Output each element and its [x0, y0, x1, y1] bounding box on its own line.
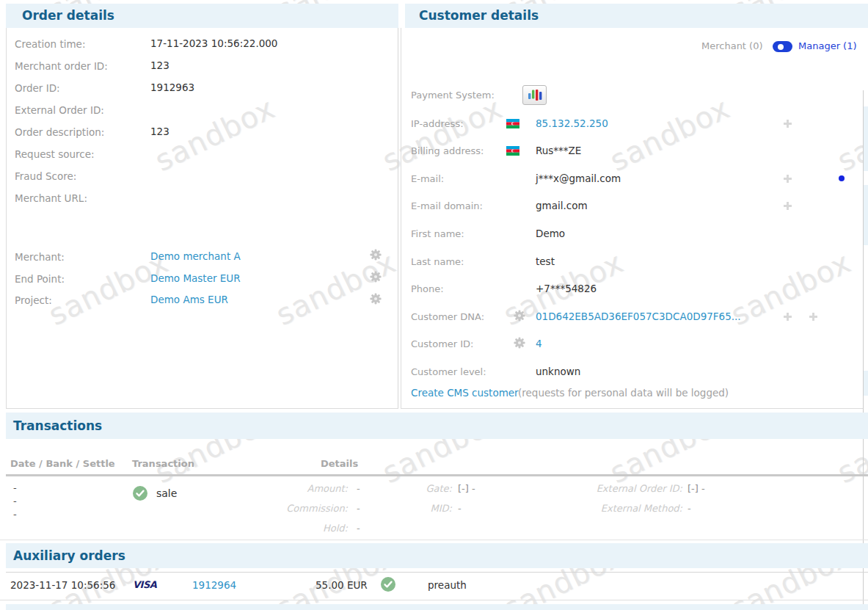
toggle-right-label: Manager (1)	[798, 40, 857, 51]
field-label: End Point:	[15, 273, 65, 285]
plus-icon[interactable]	[809, 313, 817, 321]
order-details-title: Order details	[22, 8, 114, 23]
last-name-value: test	[536, 255, 555, 267]
auxiliary-order-row[interactable]: 2023-11-17 10:56:56 VISA 1912964 55.00 E…	[0, 573, 868, 600]
ip-address-link[interactable]: 85.132.52.250	[536, 117, 608, 129]
customer-id-label: Customer ID:	[411, 338, 474, 349]
field-value: 1912963	[150, 81, 194, 93]
customer-dna-label: Customer DNA:	[411, 311, 484, 322]
ip-label: IP-address:	[411, 118, 464, 129]
customer-dna-link[interactable]: 01D642EB5AD36EF057C3DCA0D97F65...	[536, 311, 741, 322]
toggle-knob	[778, 44, 784, 50]
field-label: Creation time:	[15, 38, 85, 50]
customer-details-title: Customer details	[419, 8, 539, 23]
endpoint-link[interactable]: Demo Master EUR	[150, 272, 241, 284]
project-link[interactable]: Demo Ams EUR	[150, 294, 228, 305]
mid-value: -	[458, 503, 462, 514]
plus-icon[interactable]	[784, 175, 792, 183]
amount-label: Amount:	[245, 483, 348, 494]
hold-label: Hold:	[245, 523, 348, 534]
merchant-manager-toggle[interactable]	[773, 41, 792, 52]
customer-level-value: unknown	[536, 366, 580, 377]
transactions-header-band: Transactions	[6, 413, 868, 439]
phone-value: +7***54826	[536, 283, 597, 294]
email-domain-value: gmail.com	[536, 200, 588, 211]
field-label: Request source:	[15, 148, 95, 160]
aux-amount: 55.00 EUR	[316, 579, 368, 591]
gear-icon[interactable]	[514, 337, 525, 349]
next-section-band	[6, 604, 868, 610]
visa-logo: VISA	[133, 579, 156, 590]
billing-label: Billing address:	[411, 145, 484, 156]
gear-icon[interactable]	[370, 293, 382, 305]
field-label: Project:	[15, 294, 52, 306]
field-label: Merchant order ID:	[15, 60, 108, 72]
aux-date: 2023-11-17 10:56:56	[10, 579, 115, 591]
gear-icon[interactable]	[370, 271, 382, 283]
field-label: Fraud Score:	[15, 170, 76, 182]
status-dot	[839, 175, 845, 181]
payment-system-label: Payment System:	[411, 90, 495, 101]
field-value: 123	[150, 126, 169, 137]
transactions-title: Transactions	[13, 418, 102, 433]
email-label: E-mail:	[411, 173, 444, 184]
settle-date-value: -	[13, 509, 17, 520]
email-domain-label: E-mail domain:	[411, 200, 483, 211]
customer-details-panel: Customer details Merchant (0) Manager (1…	[401, 4, 868, 408]
billing-value: Rus***ZE	[536, 145, 581, 156]
toggle-left-label: Merchant (0)	[701, 40, 763, 51]
transactions-section: Transactions Date / Bank / Settle Transa…	[0, 413, 868, 540]
column-header-date: Date / Bank / Settle	[10, 458, 115, 469]
phone-label: Phone:	[411, 283, 444, 294]
scroll-strip-segment[interactable]	[864, 371, 868, 396]
field-label: Merchant:	[15, 251, 65, 263]
auxiliary-orders-header-band: Auxiliary orders	[6, 543, 868, 568]
field-label: Merchant URL:	[15, 192, 87, 204]
commission-label: Commission:	[245, 503, 348, 514]
gate-label: Gate:	[365, 483, 452, 494]
field-label: Order description:	[15, 126, 104, 138]
external-order-id-label: External Order ID:	[550, 483, 682, 494]
aux-status: preauth	[428, 579, 467, 591]
field-label: External Order ID:	[15, 104, 104, 116]
customer-details-header: Customer details	[405, 4, 868, 28]
success-check-icon	[133, 486, 147, 501]
external-method-value: -	[688, 503, 691, 514]
plus-icon[interactable]	[784, 202, 792, 210]
column-header-details: Details	[321, 458, 358, 469]
auxiliary-orders-title: Auxiliary orders	[13, 548, 125, 563]
external-order-id-value: [-] -	[688, 483, 705, 494]
gear-icon[interactable]	[370, 249, 382, 261]
plus-icon[interactable]	[784, 120, 792, 128]
create-cms-customer-link[interactable]: Create CMS customer	[411, 387, 519, 399]
plus-icon[interactable]	[784, 313, 792, 321]
payment-system-icon[interactable]	[522, 85, 547, 105]
last-name-label: Last name:	[411, 256, 464, 267]
transaction-row[interactable]: - - - sale Amount: - Commission: - Hold:…	[0, 476, 868, 540]
first-name-label: First name:	[411, 228, 464, 239]
azerbaijan-flag-icon	[506, 146, 519, 156]
scroll-strip-segment[interactable]	[864, 185, 868, 245]
aux-order-id-link[interactable]: 1912964	[192, 579, 236, 591]
order-details-panel: Order details Creation time: 17-11-2023 …	[6, 4, 398, 408]
field-label: Order ID:	[15, 82, 60, 94]
customer-id-link[interactable]: 4	[536, 338, 542, 349]
scroll-strip-segment[interactable]	[864, 106, 868, 171]
external-method-label: External Method:	[550, 503, 682, 514]
auxiliary-orders-section: Auxiliary orders 2023-11-17 10:56:56 VIS…	[0, 543, 868, 610]
commission-value: -	[357, 503, 360, 514]
gate-value: [-] -	[458, 483, 475, 494]
merchant-link[interactable]: Demo merchant A	[150, 250, 241, 262]
transaction-type: sale	[156, 487, 177, 499]
bar-chart-icon	[527, 88, 543, 102]
order-details-body	[6, 28, 398, 409]
first-name-value: Demo	[536, 228, 565, 239]
azerbaijan-flag-icon	[506, 119, 519, 128]
customer-level-label: Customer level:	[411, 366, 486, 377]
column-header-transaction: Transaction	[132, 458, 194, 469]
field-value: 123	[150, 59, 169, 71]
customer-details-body	[401, 28, 864, 409]
gear-icon[interactable]	[514, 310, 525, 322]
amount-value: -	[357, 483, 360, 494]
create-cms-note: (requests for personal data will be logg…	[518, 387, 729, 399]
